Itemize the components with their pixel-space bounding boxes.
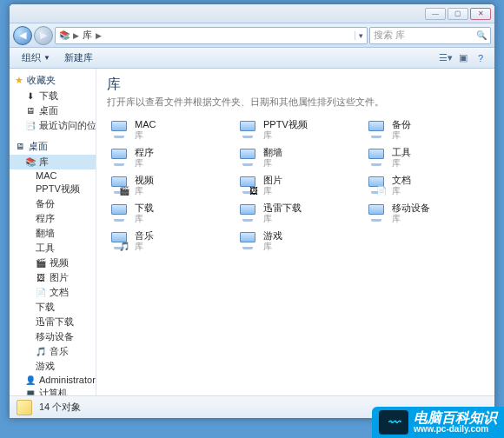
music-icon: 🎵 [36,347,46,357]
chevron-down-icon: ▼ [43,54,50,62]
maximize-button[interactable]: ▢ [448,8,468,20]
library-name: 程序 [135,147,154,157]
page-description: 打开库以查看文件并根据文件夹、日期和其他属性排列这些文件。 [107,96,484,109]
library-icon [109,202,129,223]
library-item[interactable]: 📄文档库 [364,173,484,197]
library-sublabel: 库 [392,130,411,140]
titlebar[interactable]: — ▢ ✕ [10,4,494,23]
library-icon: 🎬 [109,175,129,196]
library-item[interactable]: 迅雷下载库 [235,201,355,225]
nav-item-desktop[interactable]: 🖥桌面 [10,103,96,118]
nav-item-lib[interactable]: 备份 [10,196,96,211]
nav-item-lib[interactable]: 移动设备 [10,329,96,344]
nav-item-lib[interactable]: 翻墙 [10,226,96,241]
library-name: 游戏 [263,230,282,241]
nav-item-computer[interactable]: 💻计算机 [10,386,96,395]
library-item[interactable]: 下载库 [107,201,227,225]
nav-item-lib[interactable]: 迅雷下载 [10,315,96,329]
library-item[interactable]: 游戏库 [235,229,355,253]
nav-item-libraries[interactable]: 📚库 [10,155,96,169]
nav-back-button[interactable]: ◀ [13,26,32,45]
library-name: 视频 [135,175,154,185]
library-icon [237,147,258,168]
library-icon [109,147,129,168]
chevron-right-icon: ▶ [73,31,79,40]
minimize-button[interactable]: — [425,8,446,20]
nav-item-lib[interactable]: 工具 [10,241,96,256]
library-name: 下载 [135,202,154,213]
library-sublabel: 库 [392,158,411,168]
library-icon [237,202,258,223]
nav-item-lib[interactable]: 🖼图片 [10,270,96,285]
navigation-pane[interactable]: ★收藏夹 ⬇下载 🖥桌面 📑最近访问的位置 🖥桌面 📚库 MAC PPTV视频 … [10,69,96,395]
library-sublabel: 库 [392,214,430,223]
library-sublabel: 库 [135,242,154,251]
watermark: 〰 电脑百科知识 www.pc-daily.com [372,407,504,438]
library-sublabel: 库 [263,158,282,168]
status-text: 14 个对象 [39,401,81,414]
library-icon [237,119,258,140]
breadcrumb[interactable]: 📚 ▶ 库 ▶ ▾ [55,27,368,44]
nav-item-lib[interactable]: 🎵音乐 [10,344,96,359]
nav-item-lib[interactable]: 下载 [10,300,96,315]
library-icon: 🎵 [109,230,129,251]
library-name: 图片 [263,175,282,185]
help-button[interactable]: ? [472,50,489,67]
recent-icon: 📑 [25,121,36,131]
favorites-header[interactable]: ★收藏夹 [10,72,96,89]
nav-item-user[interactable]: 👤Administrator [10,374,96,386]
library-name: 备份 [392,119,411,129]
video-icon: 🎬 [36,258,46,269]
nav-item-lib[interactable]: PPTV视频 [10,182,96,196]
library-name: PPTV视频 [263,119,308,129]
library-item[interactable]: 工具库 [364,145,484,169]
library-item[interactable]: 程序库 [107,145,227,169]
computer-icon: 💻 [25,388,36,396]
library-name: MAC [135,119,156,129]
view-options-button[interactable]: ☰▾ [437,50,454,67]
picture-icon: 🖼 [36,273,46,283]
folder-icon [17,400,32,415]
library-icon: 🖼 [237,175,258,196]
library-sublabel: 库 [135,130,156,140]
library-sublabel: 库 [263,242,282,251]
library-sublabel: 库 [263,130,308,140]
library-sublabel: 库 [263,214,302,223]
nav-item-lib[interactable]: 🎬视频 [10,256,96,270]
breadcrumb-segment[interactable]: 库 [83,29,92,42]
nav-item-lib[interactable]: 游戏 [10,359,96,374]
library-item[interactable]: 🎬视频库 [107,173,227,197]
library-name: 迅雷下载 [263,202,302,213]
library-item[interactable]: 备份库 [364,117,484,142]
desktop-icon: 🖥 [25,106,36,116]
library-item[interactable]: 🖼图片库 [235,173,355,197]
nav-item-lib[interactable]: 📄文档 [10,285,96,300]
library-sublabel: 库 [392,186,411,196]
desktop-header[interactable]: 🖥桌面 [10,138,96,155]
library-item[interactable]: 翻墙库 [235,145,355,169]
library-item[interactable]: 🎵音乐库 [107,229,227,253]
breadcrumb-dropdown[interactable]: ▾ [355,31,363,40]
content-pane: 库 打开库以查看文件并根据文件夹、日期和其他属性排列这些文件。 MAC库PPTV… [96,69,494,395]
nav-item-lib[interactable]: 程序 [10,211,96,226]
library-icon: 📄 [366,175,387,196]
nav-item-lib[interactable]: MAC [10,169,96,182]
library-item[interactable]: 移动设备库 [364,201,484,225]
nav-item-recent[interactable]: 📑最近访问的位置 [10,118,96,133]
library-icon: 📚 [25,157,36,168]
new-library-button[interactable]: 新建库 [57,50,100,67]
explorer-window: — ▢ ✕ ◀ ▶ 📚 ▶ 库 ▶ ▾ 搜索 库 🔍 组织▼ 新建库 ☰▾ ▣ … [9,3,495,419]
close-button[interactable]: ✕ [470,8,491,20]
nav-item-downloads[interactable]: ⬇下载 [10,89,96,103]
library-sublabel: 库 [135,158,154,168]
preview-pane-button[interactable]: ▣ [454,50,472,67]
search-input[interactable]: 搜索 库 🔍 [369,27,491,44]
search-placeholder: 搜索 库 [374,29,405,42]
nav-forward-button[interactable]: ▶ [34,26,53,45]
watermark-title: 电脑百科知识 [414,411,497,425]
library-icon [109,119,129,140]
library-item[interactable]: MAC库 [107,117,227,142]
library-name: 移动设备 [392,202,430,213]
organize-button[interactable]: 组织▼ [15,50,57,67]
library-item[interactable]: PPTV视频库 [235,117,355,142]
